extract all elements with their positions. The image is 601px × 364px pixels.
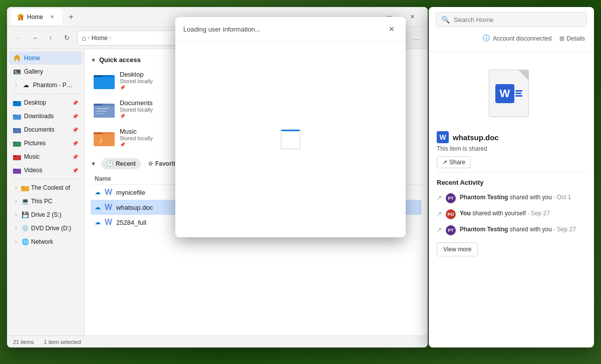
loading-dialog: Loading user information... ✕ bbox=[175, 17, 406, 237]
back-button[interactable]: ← bbox=[11, 31, 26, 46]
file-name-mynicefile: mynicefile bbox=[116, 189, 145, 196]
sidebar-item-music[interactable]: Music 📌 bbox=[9, 150, 82, 163]
sidebar-item-dvd[interactable]: › 💿 DVD Drive (D:) bbox=[9, 222, 82, 235]
dvd-expander[interactable]: › bbox=[13, 225, 19, 231]
share-activity-icon-1: ↗ bbox=[437, 194, 442, 201]
downloads-folder-icon bbox=[13, 112, 21, 120]
search-input[interactable] bbox=[454, 16, 581, 24]
documents-folder-info: Documents Stored locally 📌 bbox=[120, 99, 153, 119]
cloud-sync-icon-3: ☁ bbox=[95, 219, 101, 226]
music-subtitle: Stored locally bbox=[120, 135, 153, 141]
activity-text-1: Phantom Testing shared with you · Oct 1 bbox=[460, 193, 571, 202]
item-count: 21 items bbox=[13, 339, 34, 345]
column-name: Name bbox=[95, 175, 111, 182]
phantom-expander[interactable]: › bbox=[13, 82, 19, 88]
forward-button[interactable]: → bbox=[27, 31, 42, 46]
up-button[interactable]: ↑ bbox=[43, 31, 58, 46]
thispc-expander[interactable]: › bbox=[13, 198, 19, 204]
sidebar-pictures-label: Pictures bbox=[24, 140, 46, 147]
file-title-word-icon: W bbox=[437, 131, 449, 143]
svg-rect-15 bbox=[13, 169, 17, 170]
search-icon: 🔍 bbox=[441, 16, 450, 24]
thispc-label: This PC bbox=[31, 198, 53, 205]
svg-rect-24 bbox=[97, 108, 109, 109]
share-activity-icon-3: ↗ bbox=[437, 226, 442, 233]
new-tab-button[interactable]: + bbox=[64, 10, 78, 24]
quick-access-title: Quick access bbox=[99, 56, 141, 64]
sidebar-home-label: Home bbox=[24, 55, 40, 62]
sidebar-item-downloads[interactable]: Downloads 📌 bbox=[9, 110, 82, 123]
desktop-folder-icon bbox=[13, 99, 21, 107]
sidebar-item-desktop[interactable]: Desktop 📌 bbox=[9, 96, 82, 109]
dvd-label: DVD Drive (D:) bbox=[31, 225, 71, 232]
activity-date-2: Sep 27 bbox=[531, 210, 550, 217]
dvd-icon: 💿 bbox=[21, 224, 29, 232]
sidebar-item-home[interactable]: Home bbox=[9, 52, 82, 65]
sidebar-item-videos[interactable]: Videos 📌 bbox=[9, 164, 82, 177]
sidebar-item-phantom[interactable]: › ☁ Phantom - Pers... bbox=[9, 79, 82, 92]
desktop-pin-icon: 📌 bbox=[72, 100, 78, 106]
tab-close-button[interactable]: ✕ bbox=[48, 13, 56, 21]
sidebar-item-drive2[interactable]: › 💾 Drive 2 (S:) bbox=[9, 208, 82, 221]
sidebar-item-network[interactable]: › 🌐 Network bbox=[9, 235, 82, 248]
share-button[interactable]: ↗ Share bbox=[437, 156, 471, 168]
drive-icon: 💾 bbox=[21, 211, 29, 219]
activity-avatar-3: PT bbox=[446, 225, 456, 235]
sidebar-item-gallery[interactable]: Gallery bbox=[9, 65, 82, 78]
sidebar-item-coolest[interactable]: › The Coolest of bbox=[9, 181, 82, 194]
right-panel-body: W W whatsup.doc This item is shared bbox=[429, 52, 594, 347]
line2 bbox=[515, 93, 521, 94]
documents-name: Documents bbox=[120, 99, 153, 107]
music-folder-info: Music Stored locally 📌 bbox=[120, 128, 153, 147]
activity-avatar-1: PT bbox=[446, 193, 456, 203]
folder-icon bbox=[21, 184, 29, 192]
activity-action-1: shared with you · bbox=[510, 194, 557, 201]
details-item[interactable]: ⊞ Details bbox=[557, 34, 587, 43]
activity-action-3: shared with you · bbox=[510, 226, 557, 233]
dialog-close-button[interactable]: ✕ bbox=[386, 23, 398, 35]
coolest-expander[interactable]: › bbox=[13, 185, 19, 191]
doc-corner-fold bbox=[518, 70, 528, 80]
doc-preview: W bbox=[437, 60, 586, 127]
svg-point-2 bbox=[15, 71, 17, 73]
sidebar-videos-label: Videos bbox=[24, 167, 42, 174]
line3 bbox=[515, 95, 522, 97]
doc-icon-container: W bbox=[489, 70, 534, 122]
network-expander[interactable]: › bbox=[13, 239, 19, 245]
word-icon-3: W bbox=[105, 218, 112, 227]
account-disconnected-label: Account disconnected bbox=[493, 35, 551, 42]
network-label: Network bbox=[31, 238, 53, 245]
clock-icon: 🕐 bbox=[106, 160, 114, 167]
desktop-name: Desktop bbox=[120, 71, 153, 78]
svg-rect-29 bbox=[94, 134, 115, 146]
account-disconnected-item[interactable]: ⓘ Account disconnected bbox=[481, 33, 553, 44]
refresh-button[interactable]: ↻ bbox=[59, 31, 74, 46]
documents-pin-icon: 📌 bbox=[72, 127, 78, 133]
active-tab[interactable]: Home ✕ bbox=[11, 9, 62, 25]
sidebar-gallery-label: Gallery bbox=[24, 68, 43, 75]
tab-recent[interactable]: 🕐 Recent bbox=[101, 158, 141, 169]
loading-spinner bbox=[280, 130, 300, 150]
view-more-button[interactable]: View more bbox=[437, 242, 478, 256]
dialog-body bbox=[175, 42, 406, 237]
activity-actor-1: Phantom Testing bbox=[460, 194, 508, 201]
dialog-title-bar: Loading user information... ✕ bbox=[175, 17, 406, 42]
documents-folder-svg bbox=[94, 101, 115, 118]
music-pin-icon: 📌 bbox=[72, 154, 78, 160]
documents-subtitle: Stored locally bbox=[120, 107, 153, 113]
recent-activity-section: Recent Activity ↗ PT Phantom Testing sha… bbox=[437, 173, 586, 262]
sidebar-item-pictures[interactable]: Pictures 📌 bbox=[9, 137, 82, 150]
loading-content bbox=[280, 130, 300, 150]
svg-rect-9 bbox=[13, 128, 17, 129]
selected-count: 1 item selected bbox=[44, 339, 81, 345]
sidebar-item-thispc[interactable]: › 💻 This PC bbox=[9, 195, 82, 208]
drive2-expander[interactable]: › bbox=[13, 212, 19, 218]
search-bar[interactable]: 🔍 bbox=[436, 12, 587, 27]
pictures-folder-icon bbox=[13, 139, 21, 147]
music-name: Music bbox=[120, 128, 153, 135]
desktop-subtitle: Stored locally bbox=[120, 78, 153, 84]
sidebar-item-documents[interactable]: Documents 📌 bbox=[9, 123, 82, 136]
details-icon: ⊞ bbox=[559, 35, 564, 42]
breadcrumb-separator2: › bbox=[110, 35, 111, 41]
more-button[interactable]: … bbox=[409, 31, 424, 46]
